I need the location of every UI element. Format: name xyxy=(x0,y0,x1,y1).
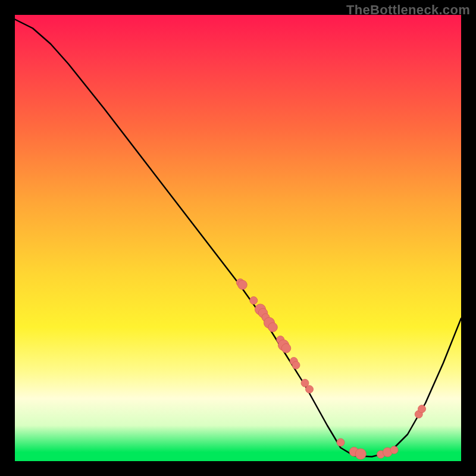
chart-svg xyxy=(15,15,461,461)
watermark-text: TheBottleneck.com xyxy=(346,2,470,18)
data-point xyxy=(418,405,426,413)
data-point xyxy=(268,322,278,332)
data-point xyxy=(281,343,291,353)
data-point xyxy=(337,439,345,446)
data-point xyxy=(306,386,314,393)
data-point xyxy=(250,297,258,305)
data-point xyxy=(292,361,300,369)
data-point xyxy=(355,449,366,459)
data-point xyxy=(390,446,398,454)
chart-container: TheBottleneck.com xyxy=(0,0,476,476)
bottleneck-curve xyxy=(15,20,461,457)
plot-area xyxy=(15,15,461,461)
data-point xyxy=(238,280,248,290)
